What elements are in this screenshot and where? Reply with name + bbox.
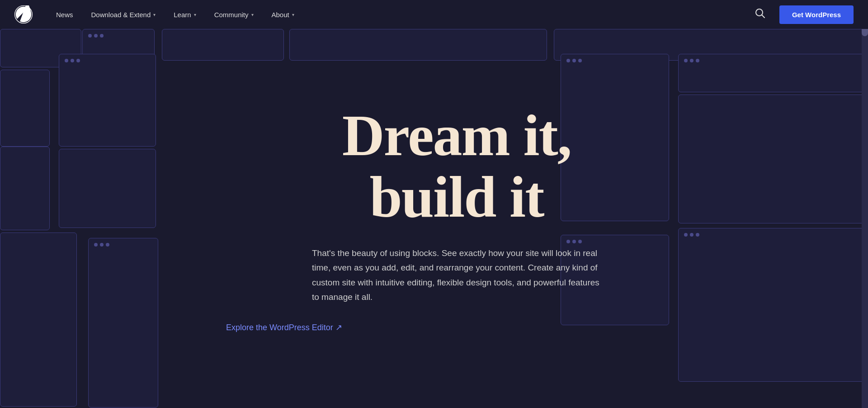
download-extend-chevron-icon: ▾ <box>153 12 156 17</box>
get-wordpress-button[interactable]: Get WordPress <box>779 5 854 24</box>
wordpress-logo[interactable] <box>14 5 33 24</box>
explore-editor-link[interactable]: Explore the WordPress Editor ↗ <box>226 323 342 332</box>
learn-chevron-icon: ▾ <box>194 12 196 17</box>
hero-headline: Dream it, build it <box>342 104 571 228</box>
nav-item-news[interactable]: News <box>47 0 82 29</box>
nav-item-learn[interactable]: Learn ▾ <box>165 0 205 29</box>
svg-point-1 <box>756 9 763 16</box>
block-card <box>0 70 50 147</box>
hero-content: Dream it, build it That's the beauty of … <box>45 29 868 408</box>
search-icon[interactable] <box>746 8 774 21</box>
hero-subtext: That's the beauty of using blocks. See e… <box>312 246 601 304</box>
scrollbar[interactable] <box>862 0 868 408</box>
block-card <box>0 147 50 230</box>
about-chevron-icon: ▾ <box>292 12 294 17</box>
main-navigation: News Download & Extend ▾ Learn ▾ Communi… <box>0 0 868 29</box>
nav-item-download-extend[interactable]: Download & Extend ▾ <box>82 0 165 29</box>
nav-item-community[interactable]: Community ▾ <box>205 0 263 29</box>
community-chevron-icon: ▾ <box>251 12 254 17</box>
nav-links: News Download & Extend ▾ Learn ▾ Communi… <box>47 0 746 29</box>
svg-line-2 <box>762 15 764 18</box>
nav-item-about[interactable]: About ▾ <box>263 0 303 29</box>
hero-section: Dream it, build it That's the beauty of … <box>0 0 868 408</box>
